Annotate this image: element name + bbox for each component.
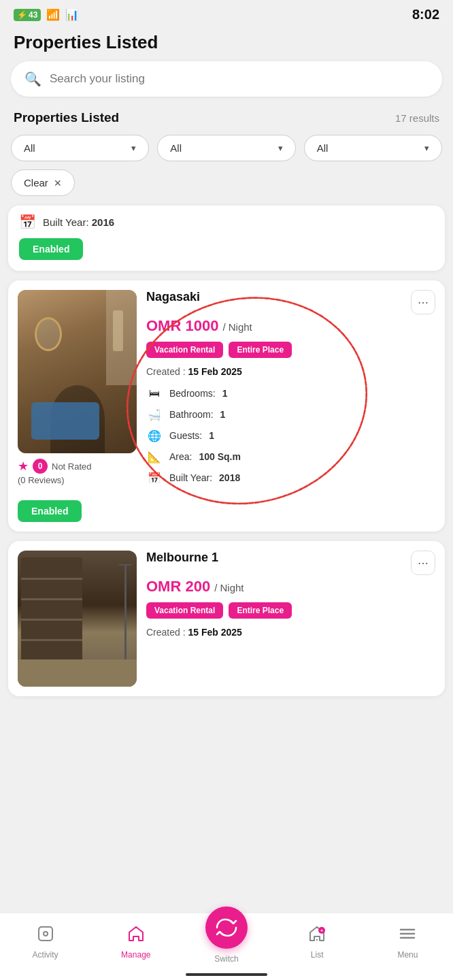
clear-button[interactable]: Clear ✕	[11, 169, 75, 196]
melbourne-price: OMR 200	[146, 578, 210, 595]
nagasaki-guests: 🌐 Guests: 1	[146, 427, 435, 444]
battery-indicator: ⚡ 43	[14, 9, 41, 21]
switch-label: Switch	[214, 954, 238, 964]
search-icon: 🔍	[24, 71, 41, 87]
built-year-label: Built Year:	[43, 216, 89, 228]
menu-label: Menu	[397, 950, 418, 960]
partial-built-year: 📅 Built Year: 2016	[19, 214, 434, 230]
manage-icon	[127, 924, 146, 947]
nagasaki-price-row: OMR 1000 / Night	[146, 317, 435, 335]
list-label: List	[311, 950, 324, 960]
filter-price-label: All	[317, 142, 329, 154]
nagasaki-price: OMR 1000	[146, 317, 218, 335]
nagasaki-card: ★ 0 Not Rated (0 Reviews) Nagasaki ⋯ OMR	[8, 280, 445, 532]
nagasaki-enabled-badge: Enabled	[18, 500, 82, 522]
nagasaki-image	[18, 290, 137, 453]
clock: 8:02	[412, 7, 439, 22]
rating-badge: 0	[33, 459, 48, 474]
page-title: Properties Listed	[0, 27, 453, 61]
filter-status-label: All	[170, 142, 182, 154]
nav-manage[interactable]: Manage	[90, 924, 181, 960]
filter-status[interactable]: All ▾	[157, 135, 295, 161]
nagasaki-info: Nagasaki ⋯ OMR 1000 / Night Vacation Ren…	[146, 290, 435, 491]
nagasaki-created: Created : 15 Feb 2025	[146, 366, 435, 377]
calendar-icon-2: 📅	[146, 470, 163, 486]
melbourne-tag-vacation: Vacation Rental	[146, 602, 223, 619]
menu-icon	[398, 924, 417, 947]
search-container: 🔍	[0, 61, 453, 108]
melbourne-tag-place: Entire Place	[229, 602, 292, 619]
dropdown-arrow-3: ▾	[424, 143, 429, 153]
clear-row: Clear ✕	[0, 169, 453, 206]
melbourne-image	[18, 551, 137, 687]
wifi-icon: 📶	[46, 8, 60, 21]
list-icon: +	[307, 924, 326, 947]
bolt-icon: ⚡	[17, 10, 27, 20]
melbourne-more-button[interactable]: ⋯	[411, 551, 435, 575]
search-bar[interactable]: 🔍	[11, 61, 442, 97]
nagasaki-built-year: 📅 Built Year: 2018	[146, 470, 435, 486]
signal-icon: 📊	[65, 8, 79, 21]
dropdown-arrow-1: ▾	[131, 143, 136, 153]
reviews-text: (0 Reviews)	[18, 475, 137, 485]
nagasaki-tags: Vacation Rental Entire Place	[146, 342, 435, 358]
manage-label: Manage	[121, 950, 150, 960]
nav-list[interactable]: + List	[272, 924, 363, 960]
nagasaki-bedrooms: 🛏 Bedrooms: 1	[146, 385, 435, 402]
clear-icon: ✕	[54, 178, 62, 189]
guests-icon: 🌐	[146, 427, 163, 444]
star-icon: ★	[18, 459, 29, 474]
bed-icon: 🛏	[146, 385, 163, 402]
bath-icon: 🛁	[146, 406, 163, 423]
home-indicator	[186, 973, 267, 976]
filter-price[interactable]: All ▾	[304, 135, 442, 161]
nagasaki-area: 📐 Area: 100 Sq.m	[146, 448, 435, 465]
nav-switch[interactable]: Switch	[181, 920, 271, 964]
melbourne-per-night: / Night	[214, 582, 244, 593]
melbourne-info: Melbourne 1 ⋯ OMR 200 / Night Vacation R…	[146, 551, 435, 687]
nagasaki-more-button[interactable]: ⋯	[411, 290, 435, 314]
tag-vacation-rental: Vacation Rental	[146, 342, 223, 358]
nagasaki-name: Nagasaki	[146, 290, 200, 304]
partial-enabled-badge: Enabled	[19, 238, 83, 260]
filter-type-label: All	[24, 142, 35, 154]
melbourne-tags: Vacation Rental Entire Place	[146, 602, 435, 619]
section-header: Properties Listed 17 results	[0, 108, 453, 135]
switch-button[interactable]	[205, 906, 248, 949]
status-left: ⚡ 43 📶 📊	[14, 8, 79, 21]
melbourne-created: Created : 15 Feb 2025	[146, 627, 435, 638]
melbourne-name: Melbourne 1	[146, 551, 218, 565]
rating-row: ★ 0 Not Rated	[18, 459, 137, 474]
dropdown-arrow-2: ▾	[278, 143, 283, 153]
section-title: Properties Listed	[14, 110, 119, 125]
bottom-nav: Activity Manage Switch +	[0, 913, 453, 980]
svg-rect-1	[39, 927, 52, 941]
not-rated-label: Not Rated	[52, 461, 92, 472]
nav-menu[interactable]: Menu	[363, 924, 453, 960]
results-count: 17 results	[395, 112, 439, 124]
filter-row: All ▾ All ▾ All ▾	[0, 135, 453, 169]
tag-entire-place: Entire Place	[229, 342, 292, 358]
per-night-label: / Night	[222, 321, 252, 333]
nagasaki-bathroom: 🛁 Bathroom: 1	[146, 406, 435, 423]
svg-text:+: +	[320, 928, 323, 933]
melbourne-card: Melbourne 1 ⋯ OMR 200 / Night Vacation R…	[8, 541, 445, 696]
status-bar: ⚡ 43 📶 📊 8:02	[0, 0, 453, 27]
calendar-icon: 📅	[19, 214, 36, 230]
activity-icon	[36, 924, 55, 947]
area-icon: 📐	[146, 448, 163, 465]
search-input[interactable]	[50, 72, 429, 86]
nav-activity[interactable]: Activity	[0, 924, 90, 960]
filter-type[interactable]: All ▾	[11, 135, 149, 161]
clear-label: Clear	[24, 177, 48, 189]
nagasaki-footer: Enabled	[8, 500, 445, 532]
partial-card: 📅 Built Year: 2016 Enabled	[8, 206, 445, 271]
built-year-value: 2016	[92, 216, 114, 228]
melbourne-price-row: OMR 200 / Night	[146, 578, 435, 595]
svg-point-2	[44, 932, 48, 936]
activity-label: Activity	[33, 950, 58, 960]
cards-container: 📅 Built Year: 2016 Enabled	[0, 206, 453, 706]
